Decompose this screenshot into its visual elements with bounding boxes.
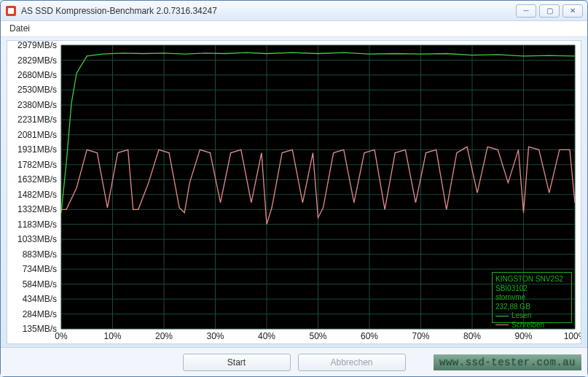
svg-text:50%: 50% [309,331,326,341]
svg-text:2231MB/s: 2231MB/s [17,114,57,125]
window-controls: ─ ▢ ✕ [516,4,583,18]
svg-text:60%: 60% [361,331,378,341]
app-icon [5,5,17,17]
svg-text:434MB/s: 434MB/s [23,294,57,304]
close-button[interactable]: ✕ [562,4,583,18]
svg-text:734MB/s: 734MB/s [23,264,57,274]
svg-text:135MB/s: 135MB/s [23,324,57,334]
svg-text:40%: 40% [258,331,275,341]
svg-rect-1 [8,8,14,14]
svg-text:2829MB/s: 2829MB/s [17,55,57,66]
watermark: www.ssd-tester.com.au [434,354,581,370]
svg-text:2530MB/s: 2530MB/s [17,85,57,95]
svg-text:1482MB/s: 1482MB/s [17,190,57,200]
svg-text:284MB/s: 284MB/s [23,309,57,319]
app-window: AS SSD Kompression-Benchmark 2.0.7316.34… [0,0,588,377]
svg-text:2680MB/s: 2680MB/s [17,70,57,80]
svg-text:0%: 0% [55,331,68,341]
svg-text:1332MB/s: 1332MB/s [17,204,57,214]
svg-text:1931MB/s: 1931MB/s [17,144,57,155]
svg-text:1033MB/s: 1033MB/s [17,234,57,244]
svg-text:1632MB/s: 1632MB/s [17,174,57,184]
window-title: AS SSD Kompression-Benchmark 2.0.7316.34… [21,6,516,16]
svg-text:90%: 90% [514,331,532,341]
svg-text:1183MB/s: 1183MB/s [17,219,57,230]
bottom-bar: Start Abbrechen www.ssd-tester.com.au [1,347,587,376]
svg-text:80%: 80% [463,331,481,341]
svg-text:70%: 70% [412,331,429,341]
svg-text:2979MB/s: 2979MB/s [17,41,57,50]
chart-svg: 135MB/s284MB/s434MB/s584MB/s734MB/s883MB… [7,41,581,343]
menubar: Datei [1,21,587,37]
svg-text:2081MB/s: 2081MB/s [17,130,57,140]
start-button[interactable]: Start [183,354,291,371]
titlebar[interactable]: AS SSD Kompression-Benchmark 2.0.7316.34… [1,1,587,21]
svg-text:1782MB/s: 1782MB/s [17,160,57,170]
svg-text:10%: 10% [103,331,121,341]
maximize-button[interactable]: ▢ [539,4,560,18]
minimize-button[interactable]: ─ [516,4,536,18]
svg-text:100%: 100% [564,331,581,341]
svg-text:2380MB/s: 2380MB/s [17,100,57,110]
svg-text:883MB/s: 883MB/s [23,249,57,260]
svg-text:20%: 20% [155,331,173,341]
menu-file[interactable]: Datei [9,23,30,34]
svg-text:30%: 30% [206,331,224,341]
abort-button[interactable]: Abbrechen [298,354,406,371]
svg-text:584MB/s: 584MB/s [23,279,57,289]
chart-area: 135MB/s284MB/s434MB/s584MB/s734MB/s883MB… [7,40,581,344]
